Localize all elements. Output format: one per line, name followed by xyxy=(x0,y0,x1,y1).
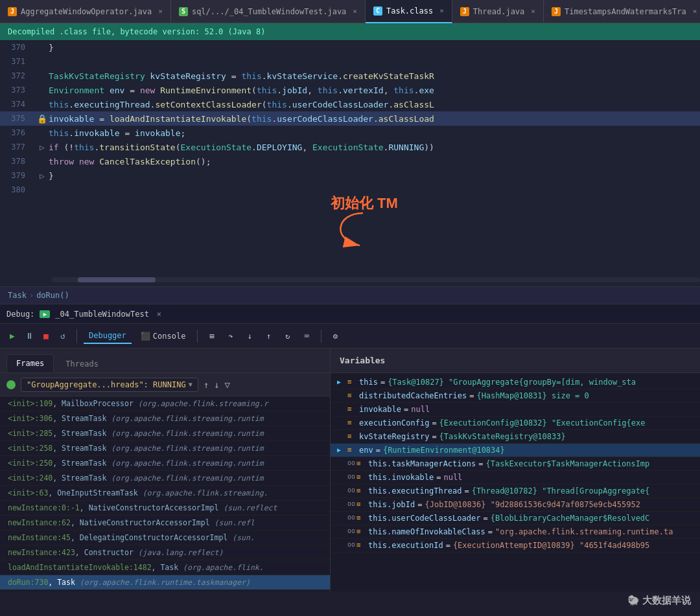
frame-native-62[interactable]: newInstance:62, NativeConstructorAccesso… xyxy=(0,516,330,530)
tab-thread[interactable]: J Thread.java × xyxy=(452,0,544,23)
frame-delegating-45[interactable]: newInstance:45, DelegatingConstructorAcc… xyxy=(0,530,330,545)
frames-tab[interactable]: Frames xyxy=(6,354,54,372)
line-num-373: 373 xyxy=(0,86,36,95)
var-cache[interactable]: ≡ distributedCacheEntries = {HashMap@108… xyxy=(331,389,700,403)
frame-native-0[interactable]: newInstance:0:-1, NativeConstructorAcces… xyxy=(0,501,330,516)
step-into-btn[interactable]: ↓ xyxy=(242,329,257,343)
debug-header: Debug: ▶ _04_TumbleWindowTest × xyxy=(0,304,700,324)
tab-close-task[interactable]: × xyxy=(439,6,444,15)
frame-init-285[interactable]: <init>:285, StreamTask (org.apache.flink… xyxy=(0,426,330,441)
frame-init-258[interactable]: <init>:258, StreamTask (org.apache.flink… xyxy=(0,441,330,456)
var-this[interactable]: ▶ ≡ this = {Task@10827} "GroupAggregate{… xyxy=(331,376,700,389)
frame-init-63[interactable]: <init>:63, OneInputStreamTask (org.apach… xyxy=(0,486,330,501)
var-job-id[interactable]: oo ≡ this.jobId = {JobID@10836} "9d28861… xyxy=(331,498,700,512)
tab-close-aggregate[interactable]: × xyxy=(158,7,163,16)
var-type-icon: ≡ xyxy=(347,391,356,400)
scrollbar-thumb[interactable] xyxy=(78,277,156,282)
tab-label: AggregateWindowOperator.java xyxy=(21,7,152,16)
resume-btn[interactable]: ▶ xyxy=(5,329,19,343)
line-num-378: 378 xyxy=(0,157,36,166)
debug-toolbar: ▶ ⏸ ■ ↺ Debugger ⬛ Console ⊞ ↷ ↓ ↑ ↻ ⌨ ⚙ xyxy=(0,324,700,348)
frame-init-306[interactable]: <init>:306, StreamTask (org.apache.flink… xyxy=(0,411,330,426)
evaluate-btn[interactable]: ⌨ xyxy=(299,329,314,343)
thread-up-btn[interactable]: ↑ xyxy=(204,380,209,390)
frame-init-109[interactable]: <init>:109, MailboxProcessor (org.apache… xyxy=(0,396,330,411)
code-line-372: 372 TaskKvStateRegistry kvStateRegistry … xyxy=(0,69,700,83)
line-num-380: 380 xyxy=(0,185,36,194)
rerun-btn[interactable]: ↺ xyxy=(56,329,70,343)
line-num-379: 379 xyxy=(0,171,36,180)
thread-down-btn[interactable]: ↓ xyxy=(214,380,219,390)
frame-dorun-730[interactable]: doRun:730, Task (org.apache.flink.runtim… xyxy=(0,575,330,590)
var-invokable[interactable]: ≡ invokable = null xyxy=(331,403,700,416)
var-kv-registry[interactable]: ≡ kvStateRegistry = {TaskKvStateRegistry… xyxy=(331,430,700,444)
variables-title: Variables xyxy=(340,356,385,365)
frame-run-570[interactable]: run:570, Task (org.apache.flink.runtime.… xyxy=(0,590,330,591)
tab-close-timestamps[interactable]: × xyxy=(693,7,697,16)
debugger-tab-btn[interactable]: Debugger xyxy=(84,328,132,344)
variables-panel: Variables ▶ ≡ this = {Task@10827} "Group… xyxy=(331,348,700,591)
code-content-370: } xyxy=(49,43,54,52)
tab-close-tumble[interactable]: × xyxy=(353,7,357,16)
code-line-374: 374 this.executingThread.setContextClass… xyxy=(0,97,700,111)
horizontal-scrollbar[interactable] xyxy=(52,277,700,282)
debugger-btn-label: Debugger xyxy=(89,331,126,340)
code-line-375: 375 🔒 invokable = loadAndInstantiateInvo… xyxy=(0,111,700,126)
breadcrumb-method: doRun() xyxy=(36,291,69,300)
thread-dropdown[interactable]: "GroupAggregate...hreads": RUNNING ▼ xyxy=(21,378,198,392)
tab-close-thread[interactable]: × xyxy=(531,7,535,16)
var-task-manager-actions[interactable]: oo ≡ this.taskManagerActions = {TaskExec… xyxy=(331,457,700,471)
thread-filter-btn[interactable]: ▽ xyxy=(225,380,230,390)
run-to-cursor-btn[interactable]: ↻ xyxy=(280,329,295,343)
var-executing-thread[interactable]: oo ≡ this.executingThread = {Thread@1078… xyxy=(331,485,700,498)
var-execution-id[interactable]: oo ≡ this.executionId = {ExecutionAttemp… xyxy=(331,539,700,553)
annotation-container: 初始化 TM xyxy=(324,207,402,254)
step-out-btn[interactable]: ↑ xyxy=(261,329,276,343)
code-line-378: 378 throw new CancelTaskException(); xyxy=(0,154,700,168)
line-num-372: 372 xyxy=(0,71,36,80)
code-content-376: this.invokable = invokable; xyxy=(49,128,185,138)
frame-init-240[interactable]: <init>:240, StreamTask (org.apache.flink… xyxy=(0,471,330,486)
gutter-379: ▷ xyxy=(36,171,49,181)
code-content-377: if (!this.transitionState(ExecutionState… xyxy=(49,143,434,152)
pause-btn[interactable]: ⏸ xyxy=(22,329,36,343)
frame-load-1482[interactable]: loadAndInstantiateInvokable:1482, Task (… xyxy=(0,560,330,575)
stop-btn[interactable]: ■ xyxy=(39,329,53,343)
expand-icon[interactable]: ▶ xyxy=(337,446,346,453)
var-type-icon: ≡ xyxy=(347,405,356,413)
line-num-376: 376 xyxy=(0,128,36,137)
settings-btn[interactable]: ⚙ xyxy=(328,329,343,343)
running-badge xyxy=(6,380,16,389)
code-content-375: invokable = loadAndInstantiateInvokable(… xyxy=(49,114,434,124)
class-icon: C xyxy=(373,6,382,16)
debug-session-close[interactable]: × xyxy=(157,310,161,319)
var-type-icon: ≡ xyxy=(356,541,366,549)
tab-timestamps[interactable]: J TimestampsAndWatermarksTra × xyxy=(544,0,700,23)
frame-constructor-423[interactable]: newInstance:423, Constructor (java.lang.… xyxy=(0,545,330,560)
breadcrumb-bar: Task › doRun() xyxy=(0,286,700,304)
show-frames-btn[interactable]: ⊞ xyxy=(204,329,219,343)
var-type-icon: ≡ xyxy=(347,432,356,440)
tab-task-class[interactable]: C Task.class × xyxy=(366,0,452,23)
var-name-of-invokable[interactable]: oo ≡ this.nameOfInvokableClass = "org.ap… xyxy=(331,525,700,539)
var-this-invokable[interactable]: oo ≡ this.invokable = null xyxy=(331,471,700,485)
annotation-arrow xyxy=(324,207,402,252)
tab-aggregate[interactable]: J AggregateWindowOperator.java × xyxy=(0,0,171,23)
var-execution-config[interactable]: ≡ executionConfig = {ExecutionConfig@108… xyxy=(331,416,700,430)
annotation-text: 初始化 TM xyxy=(331,194,398,213)
line-num-375: 375 xyxy=(0,114,36,123)
var-type-icon: ≡ xyxy=(347,418,356,427)
threads-tab[interactable]: Threads xyxy=(56,356,108,372)
breadcrumb-sep: › xyxy=(29,291,34,300)
tab-tumble[interactable]: S sql/.../_04_TumbleWindowTest.java × xyxy=(171,0,366,23)
step-over-btn[interactable]: ↷ xyxy=(224,329,239,343)
code-line-377: 377 ▷ if (!this.transitionState(Executio… xyxy=(0,140,700,154)
expand-icon[interactable]: ▶ xyxy=(337,378,346,385)
console-tab-btn[interactable]: ⬛ Console xyxy=(135,329,191,343)
toolbar-sep2 xyxy=(321,330,321,343)
var-env[interactable]: ▶ ≡ env = {RuntimeEnvironment@10834} xyxy=(331,444,700,457)
frame-init-250[interactable]: <init>:250, StreamTask (org.apache.flink… xyxy=(0,456,330,471)
tab-label: sql/.../_04_TumbleWindowTest.java xyxy=(192,7,346,16)
var-type-icon: ≡ xyxy=(347,446,356,454)
var-user-code-loader[interactable]: oo ≡ this.userCodeClassLoader = {BlobLib… xyxy=(331,512,700,525)
